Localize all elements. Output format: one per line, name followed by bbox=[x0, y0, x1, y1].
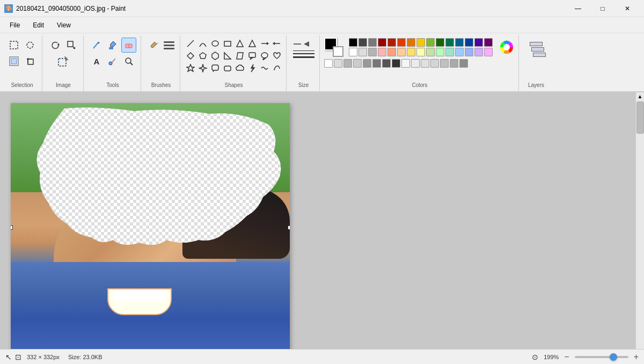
zoom-minus-button[interactable]: − bbox=[564, 352, 569, 362]
color-swatch[interactable] bbox=[465, 48, 473, 56]
shape-hex[interactable] bbox=[209, 50, 221, 62]
magic-select-button[interactable] bbox=[56, 54, 71, 69]
color-swatch[interactable] bbox=[450, 59, 458, 68]
color-swatch[interactable] bbox=[372, 59, 381, 68]
shape-line[interactable] bbox=[185, 38, 196, 49]
color-swatch[interactable] bbox=[416, 38, 425, 47]
color-swatch[interactable] bbox=[382, 59, 391, 68]
color-swatch[interactable] bbox=[397, 48, 406, 56]
zoom-slider[interactable] bbox=[575, 356, 628, 358]
shape-right-triangle[interactable] bbox=[222, 50, 233, 62]
color-swatch[interactable] bbox=[436, 48, 444, 56]
vertical-scrollbar[interactable]: ▲ bbox=[635, 92, 644, 349]
color2-swatch[interactable] bbox=[333, 46, 343, 57]
shape-rect2[interactable] bbox=[222, 62, 233, 74]
shape-arrow-right[interactable] bbox=[259, 38, 270, 49]
color-swatch[interactable] bbox=[484, 48, 493, 56]
color-swatch[interactable] bbox=[474, 48, 483, 56]
color-swatch[interactable] bbox=[421, 59, 429, 68]
color-swatch[interactable] bbox=[455, 38, 464, 47]
color-swatch[interactable] bbox=[407, 48, 415, 56]
menu-edit[interactable]: Edit bbox=[27, 19, 49, 31]
shape-callout-rect[interactable] bbox=[246, 50, 258, 62]
color-swatch[interactable] bbox=[353, 59, 362, 68]
shape-arrow-left[interactable] bbox=[271, 38, 283, 49]
scrollbar-thumb[interactable] bbox=[636, 101, 644, 134]
color-swatch[interactable] bbox=[407, 38, 415, 47]
color-swatch[interactable] bbox=[358, 38, 367, 47]
shape-pentagon[interactable] bbox=[197, 50, 209, 62]
color-swatch[interactable] bbox=[363, 59, 371, 68]
color-swatch[interactable] bbox=[368, 38, 377, 47]
color-swatch[interactable] bbox=[368, 48, 377, 56]
fill-button[interactable] bbox=[105, 38, 120, 53]
select-free-button[interactable] bbox=[23, 38, 38, 53]
close-button[interactable]: ✕ bbox=[615, 0, 640, 17]
shape-speechbubble[interactable] bbox=[209, 62, 221, 74]
menu-view[interactable]: View bbox=[52, 19, 76, 31]
scroll-up-arrow[interactable]: ▲ bbox=[636, 92, 644, 100]
color-swatch[interactable] bbox=[411, 59, 420, 68]
layers-icon[interactable] bbox=[530, 42, 543, 57]
color-swatch[interactable] bbox=[430, 59, 439, 68]
canvas-area[interactable] bbox=[0, 92, 635, 349]
color-swatch[interactable] bbox=[397, 38, 406, 47]
color-swatch[interactable] bbox=[401, 59, 410, 68]
shape-star4[interactable] bbox=[197, 62, 209, 74]
handle-right[interactable] bbox=[288, 225, 290, 230]
color-swatch[interactable] bbox=[436, 38, 444, 47]
shape-custom[interactable] bbox=[271, 62, 283, 74]
shape-star[interactable] bbox=[185, 62, 196, 74]
rotate-button[interactable] bbox=[48, 38, 63, 53]
eraser-button[interactable] bbox=[121, 38, 136, 53]
color-swatch[interactable] bbox=[343, 59, 352, 68]
crop-button[interactable] bbox=[23, 54, 38, 69]
color-swatch[interactable] bbox=[474, 38, 483, 47]
color-swatch[interactable] bbox=[445, 38, 454, 47]
color-swatch[interactable] bbox=[440, 59, 449, 68]
color-swatch[interactable] bbox=[324, 59, 333, 68]
color-swatch[interactable] bbox=[445, 48, 454, 56]
color-swatch[interactable] bbox=[465, 38, 473, 47]
zoom-slider-thumb[interactable] bbox=[610, 353, 617, 361]
color-swatch[interactable] bbox=[426, 48, 435, 56]
shape-callout-oval[interactable] bbox=[259, 50, 270, 62]
eyedropper-button[interactable] bbox=[105, 54, 120, 69]
shape-oval[interactable] bbox=[209, 38, 221, 49]
shape-rect[interactable] bbox=[222, 38, 233, 49]
shape-lightning[interactable] bbox=[246, 62, 258, 74]
color-swatch[interactable] bbox=[378, 38, 386, 47]
select-rect-button[interactable] bbox=[6, 38, 21, 53]
shape-heart[interactable] bbox=[271, 50, 283, 62]
color-swatch[interactable] bbox=[349, 48, 357, 56]
minimize-button[interactable]: — bbox=[566, 0, 590, 17]
color-swatch[interactable] bbox=[484, 38, 493, 47]
magnifier-button[interactable] bbox=[121, 54, 136, 69]
shape-cloud[interactable] bbox=[234, 62, 246, 74]
select-all-button[interactable] bbox=[6, 54, 21, 69]
maximize-button[interactable]: □ bbox=[590, 0, 615, 17]
color-swatch[interactable] bbox=[358, 48, 367, 56]
color-swatch[interactable] bbox=[349, 38, 357, 47]
color-swatch[interactable] bbox=[426, 38, 435, 47]
resize-button[interactable] bbox=[64, 38, 79, 53]
shape-triangle[interactable] bbox=[246, 38, 258, 49]
color-swatch[interactable] bbox=[387, 48, 396, 56]
color-swatch[interactable] bbox=[387, 38, 396, 47]
color-swatch[interactable] bbox=[459, 59, 468, 68]
shape-parallelogram[interactable] bbox=[234, 50, 246, 62]
color-swatch[interactable] bbox=[378, 48, 386, 56]
color-swatch[interactable] bbox=[392, 59, 400, 68]
shape-poly[interactable] bbox=[234, 38, 246, 49]
shape-wave[interactable] bbox=[259, 62, 270, 74]
menu-file[interactable]: File bbox=[4, 19, 25, 31]
handle-left[interactable] bbox=[11, 225, 13, 230]
color-wheel-button[interactable] bbox=[498, 39, 515, 56]
color-swatch[interactable] bbox=[334, 59, 342, 68]
brush-button[interactable] bbox=[147, 38, 162, 53]
shape-curve[interactable] bbox=[197, 38, 209, 49]
pencil-button[interactable] bbox=[89, 38, 104, 53]
shape-diamond[interactable] bbox=[185, 50, 196, 62]
zoom-plus-button[interactable]: + bbox=[634, 352, 639, 362]
color-swatch[interactable] bbox=[455, 48, 464, 56]
